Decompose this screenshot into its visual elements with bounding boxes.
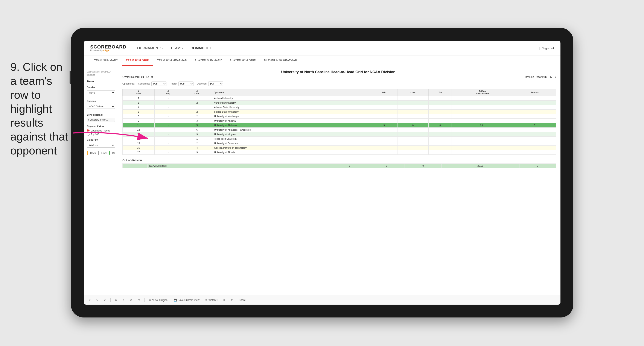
nav-teams[interactable]: TEAMS	[170, 45, 183, 51]
table-row[interactable]: 8-2University of Washington	[122, 114, 556, 119]
table-row[interactable]: 6-2Florida State University	[122, 110, 556, 114]
table-header-row: #Rank #Reg #Conf Opponent Win Loss Tie D…	[122, 89, 556, 96]
tab-player-h2h-heatmap[interactable]: PLAYER H2H HEATMAP	[260, 56, 301, 66]
col-reg: #Reg	[154, 89, 182, 96]
tab-player-h2h-grid[interactable]: PLAYER H2H GRID	[226, 56, 260, 66]
table-row[interactable]: 13-3University of Virginia	[122, 132, 556, 137]
table-row[interactable]: 14-1Texas Tech University	[122, 137, 556, 141]
view-original-button[interactable]: 👁 View: Original	[148, 298, 170, 302]
down-dot	[87, 151, 88, 155]
out-div-win: 1	[331, 164, 368, 168]
nav-committee[interactable]: COMMITTEE	[190, 45, 212, 51]
data-cell	[452, 141, 513, 146]
opponent-select[interactable]: (All)	[208, 81, 223, 86]
conference-filter: Conference (All)	[138, 81, 166, 86]
data-cell	[452, 105, 513, 110]
sign-out-link[interactable]: Sign out	[542, 46, 554, 50]
toolbar-icon-btn1[interactable]: ⊞	[222, 298, 227, 302]
data-cell: 8	[122, 114, 154, 119]
radio-top100[interactable]: Top 100	[87, 133, 115, 136]
sidebar: Last Updated: 27/03/2024 16:55:38 Team G…	[84, 66, 118, 295]
data-cell	[398, 128, 428, 132]
toolbar-copy-button[interactable]: ⧉	[114, 298, 118, 302]
nav-items: TOURNAMENTS TEAMS COMMITTEE	[135, 45, 212, 51]
toolbar-icon-btn2[interactable]: ⊡	[230, 298, 234, 302]
tab-team-h2h-heatmap[interactable]: TEAM H2H HEATMAP	[153, 56, 191, 66]
out-div-label: NCAA Division II	[148, 164, 331, 168]
share-button[interactable]: Share	[238, 298, 247, 302]
data-cell	[398, 105, 428, 110]
division-select[interactable]: NCAA Division I	[87, 104, 115, 109]
tablet-screen: SCOREBOARD Powered by clippd TOURNAMENTS…	[84, 41, 560, 305]
data-cell	[452, 150, 513, 155]
data-cell	[371, 101, 398, 105]
conference-select[interactable]: (All)	[152, 81, 166, 86]
data-cell	[452, 110, 513, 114]
undo-button[interactable]: ↺	[87, 298, 92, 302]
data-cell: 11	[122, 123, 154, 128]
main-content: Last Updated: 27/03/2024 16:55:38 Team G…	[84, 66, 560, 295]
table-row[interactable]: 2-1Auburn University	[122, 96, 556, 101]
data-cell: -	[154, 119, 182, 123]
tab-player-summary[interactable]: PLAYER SUMMARY	[191, 56, 226, 66]
table-row[interactable]: 3-2Vanderbilt University	[122, 101, 556, 105]
instruction-text: 9. Click on a team's row to highlight re…	[10, 60, 68, 158]
toolbar-paste-button[interactable]: ⊕	[129, 298, 134, 302]
opponent-name-cell: Texas Tech University	[212, 137, 371, 141]
data-cell	[371, 146, 398, 150]
table-row[interactable]: 17-3University of Florida	[122, 150, 556, 155]
data-cell	[513, 110, 556, 114]
col-win: Win	[371, 89, 398, 96]
data-cell	[398, 141, 428, 146]
data-cell	[513, 96, 556, 101]
data-cell: 3	[182, 132, 212, 137]
level-dot	[98, 151, 99, 155]
data-cell: 14	[122, 137, 154, 141]
table-row[interactable]: 15-2University of Oklahoma	[122, 141, 556, 146]
col-loss: Loss	[398, 89, 428, 96]
redo-button[interactable]: ↻	[95, 298, 100, 302]
save-icon: 💾	[174, 299, 177, 302]
toolbar-clock-button[interactable]: ◷	[136, 298, 141, 302]
col-rank: #Rank	[122, 89, 154, 96]
opponent-name-cell: University of Florida	[212, 150, 371, 155]
tab-team-summary[interactable]: TEAM SUMMARY	[90, 56, 122, 66]
opponent-name-cell: Georgia Institute of Technology	[212, 146, 371, 150]
toolbar-undo2-button[interactable]: ⊘	[121, 298, 126, 302]
save-custom-button[interactable]: 💾 Save Custom View	[172, 298, 201, 302]
data-cell	[428, 128, 452, 132]
table-row[interactable]: 16-4Georgia Institute of Technology	[122, 146, 556, 150]
radio-opponents-played[interactable]: Opponents Played	[87, 129, 115, 132]
table-row[interactable]: 11-5University of Alabama3002.618	[122, 123, 556, 128]
out-div-row[interactable]: NCAA Division II 1 0 0 26.00 3	[122, 164, 556, 168]
table-row[interactable]: 12-6University of Arkansas, Fayetteville	[122, 128, 556, 132]
colour-by-select[interactable]: Win/loss	[87, 143, 115, 148]
watch-button[interactable]: 👁 Watch ▾	[204, 298, 219, 302]
region-filter: Region (All)	[170, 81, 194, 86]
data-cell: -	[154, 105, 182, 110]
h2h-table: #Rank #Reg #Conf Opponent Win Loss Tie D…	[122, 89, 556, 155]
nav-tournaments[interactable]: TOURNAMENTS	[135, 45, 163, 51]
data-cell	[513, 141, 556, 146]
data-cell: 2	[182, 101, 212, 105]
data-cell	[452, 101, 513, 105]
nav-separator: |	[539, 46, 540, 50]
data-cell: 3	[371, 123, 398, 128]
data-cell	[428, 132, 452, 137]
data-cell: -	[154, 146, 182, 150]
logo-scoreboard: SCOREBOARD	[90, 45, 126, 49]
data-cell	[371, 110, 398, 114]
data-cell	[452, 137, 513, 141]
nav-right: | Sign out	[539, 46, 554, 50]
table-row[interactable]: 4-1Arizona State University	[122, 105, 556, 110]
gender-select[interactable]: Men's	[87, 90, 115, 95]
table-row[interactable]: 9-3University of Arizona	[122, 119, 556, 123]
tab-team-h2h-grid[interactable]: TEAM H2H GRID	[122, 56, 153, 66]
back-button[interactable]: ↩	[103, 298, 107, 302]
data-cell	[371, 96, 398, 101]
data-cell: 16	[122, 146, 154, 150]
division-label: Division	[87, 100, 115, 102]
data-cell: 8	[513, 123, 556, 128]
region-select[interactable]: (All)	[178, 81, 194, 86]
data-cell: -	[154, 132, 182, 137]
